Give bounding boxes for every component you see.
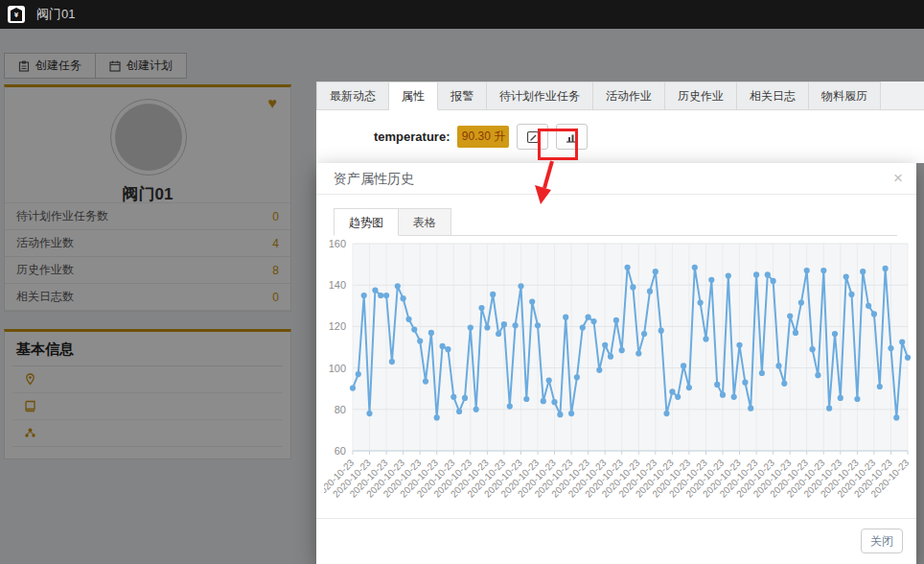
close-button[interactable]: 关闭 xyxy=(861,529,903,553)
annotation-arrow-icon xyxy=(533,159,562,205)
asset-property-history-modal: 资产属性历史 × 趋势图 表格 60801001201401602020-10-… xyxy=(316,163,916,564)
tab-trend-chart[interactable]: 趋势图 xyxy=(334,208,399,236)
tab-related-logs[interactable]: 相关日志 xyxy=(737,82,809,110)
screen: ¥ 阀门01 创建任务 创建计划 ♥ 阀门01 待计划作业任务数 0 活动作业数… xyxy=(0,0,924,564)
tab-pending-tasks[interactable]: 待计划作业任务 xyxy=(487,82,593,110)
properties-panel-body: temperature: 90.30 升 xyxy=(316,110,924,163)
svg-text:60: 60 xyxy=(335,445,346,457)
app-header: ¥ 阀门01 xyxy=(0,0,924,29)
trend-chart-svg: 60801001201401602020-10-232020-10-232020… xyxy=(324,238,912,510)
svg-text:160: 160 xyxy=(329,238,346,249)
tab-properties[interactable]: 属性 xyxy=(389,82,438,110)
property-value-badge: 90.30 升 xyxy=(457,126,509,148)
tab-material-history[interactable]: 物料履历 xyxy=(809,82,881,110)
trend-chart: 60801001201401602020-10-232020-10-232020… xyxy=(324,238,912,510)
tab-latest-news[interactable]: 最新动态 xyxy=(316,82,389,110)
property-label: temperature: xyxy=(374,129,450,144)
modal-title: 资产属性历史 xyxy=(334,171,414,188)
detail-tab-bar: 最新动态 属性 报警 待计划作业任务 活动作业 历史作业 相关日志 物料履历 xyxy=(316,82,924,110)
tab-history-jobs[interactable]: 历史作业 xyxy=(665,82,737,110)
svg-text:100: 100 xyxy=(329,363,346,374)
tab-data-table[interactable]: 表格 xyxy=(399,208,451,236)
svg-text:80: 80 xyxy=(335,404,346,415)
asset-tag-icon: ¥ xyxy=(8,6,25,23)
annotation-highlight-box xyxy=(538,129,578,160)
svg-text:140: 140 xyxy=(329,279,346,291)
modal-header: 资产属性历史 × xyxy=(316,163,916,195)
svg-text:120: 120 xyxy=(329,320,346,332)
modal-footer: 关闭 xyxy=(316,518,916,564)
asset-detail-panel: 最新动态 属性 报警 待计划作业任务 活动作业 历史作业 相关日志 物料履历 t… xyxy=(316,82,924,163)
modal-close-icon[interactable]: × xyxy=(893,169,903,188)
tab-active-jobs[interactable]: 活动作业 xyxy=(593,82,665,110)
modal-tab-bar: 趋势图 表格 xyxy=(334,208,897,236)
tab-alarms[interactable]: 报警 xyxy=(438,82,487,110)
page-title: 阀门01 xyxy=(36,6,75,23)
